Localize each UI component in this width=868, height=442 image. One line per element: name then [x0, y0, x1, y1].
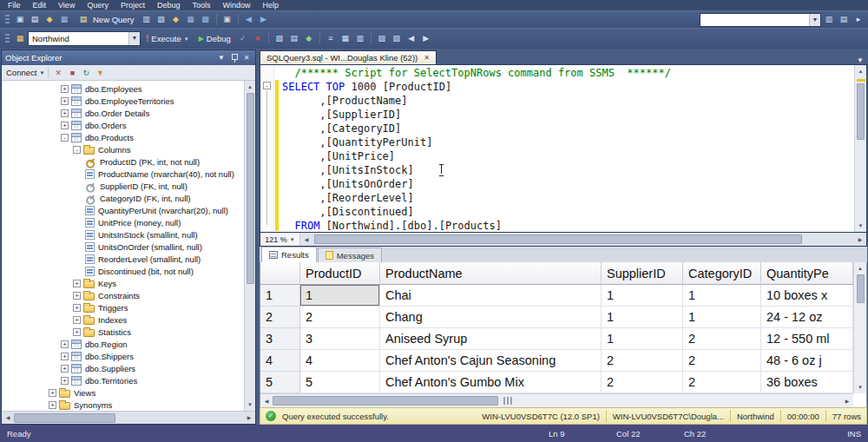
scroll-thumb[interactable]: [314, 234, 802, 244]
grid-column-header[interactable]: ProductName: [380, 262, 602, 285]
scroll-left-icon[interactable]: ◀: [260, 395, 273, 407]
tree-item[interactable]: + Statistics: [2, 326, 244, 338]
registered-servers-icon[interactable]: ▥: [822, 13, 836, 26]
database-combobox[interactable]: Northwind ▼: [28, 31, 141, 46]
tree-expander-icon[interactable]: +: [73, 292, 81, 300]
tree-expander-icon[interactable]: +: [73, 304, 81, 312]
debug-button[interactable]: ▶ Debug: [194, 31, 235, 46]
overflow-chevron-icon[interactable]: ▸: [852, 13, 865, 26]
save-all-icon[interactable]: ▩: [199, 13, 213, 26]
grid-cell[interactable]: 2: [683, 372, 761, 393]
tree-expander-icon[interactable]: +: [73, 280, 81, 287]
grid-cell[interactable]: 5: [300, 372, 380, 393]
scroll-left-icon[interactable]: ◀: [2, 412, 14, 424]
tree-item[interactable]: + dbo.Region: [2, 338, 244, 350]
grid-cell[interactable]: 12 - 550 ml: [761, 328, 853, 350]
scroll-up-icon[interactable]: ▲: [855, 65, 867, 77]
tree-item[interactable]: ReorderLevel (smallint, null): [2, 253, 244, 265]
grid-cell[interactable]: 2: [602, 350, 683, 372]
tree-item[interactable]: CategoryID (FK, int, null): [2, 192, 244, 204]
grid-row-number[interactable]: 3: [260, 328, 300, 350]
grid-cell[interactable]: 1: [300, 285, 380, 307]
tree-item[interactable]: UnitsOnOrder (smallint, null): [2, 241, 244, 253]
scroll-thumb[interactable]: [14, 413, 115, 423]
separator[interactable]: [371, 33, 372, 44]
open-file-icon[interactable]: ◆: [43, 13, 56, 26]
grid-cell[interactable]: 24 - 12 oz: [761, 307, 853, 328]
toolbar-grip[interactable]: [5, 34, 10, 44]
grid-cell[interactable]: 2: [683, 328, 761, 350]
scroll-thumb[interactable]: [857, 83, 865, 140]
tab-messages[interactable]: Messages: [318, 247, 382, 262]
grid-cell[interactable]: Chai: [380, 285, 602, 307]
tree-expander-icon[interactable]: -: [61, 134, 69, 142]
scroll-up-icon[interactable]: ▲: [854, 262, 866, 274]
scroll-right-icon[interactable]: ▶: [243, 412, 255, 424]
object-explorer-vscrollbar[interactable]: ▲ ▼: [244, 81, 255, 411]
tree-expander-icon[interactable]: +: [73, 328, 81, 336]
tree-item[interactable]: - Columns: [2, 143, 244, 155]
document-list-dropdown-icon[interactable]: ▼: [857, 56, 867, 64]
grid-column-header[interactable]: ProductID: [300, 262, 380, 285]
grid-cell[interactable]: 3: [300, 328, 380, 350]
grid-row-number[interactable]: 1: [260, 285, 300, 307]
tree-expander-icon[interactable]: -: [73, 146, 81, 154]
sql-code-editor[interactable]: - /****** Script for SelectTopNRows comm…: [260, 64, 867, 233]
grid-cell[interactable]: Chef Anton's Cajun Seasoning: [380, 350, 602, 372]
disconnect-icon[interactable]: ✕: [52, 67, 64, 79]
grid-column-header[interactable]: QuantityPe: [761, 262, 853, 285]
available-databases-icon[interactable]: ▦: [13, 32, 27, 45]
save-icon[interactable]: ▦: [57, 13, 71, 26]
tree-item[interactable]: + Constraints: [2, 289, 244, 301]
scroll-down-icon[interactable]: ▼: [854, 381, 866, 393]
tree-item[interactable]: + dbo.Employees: [2, 82, 244, 95]
grid-row-number[interactable]: 2: [260, 307, 300, 328]
cancel-query-icon[interactable]: ■: [251, 32, 265, 45]
tree-item[interactable]: SupplierID (FK, int, null): [2, 180, 244, 192]
editor-hscrollbar[interactable]: [312, 233, 854, 246]
database-dropdown-icon[interactable]: ▼: [128, 32, 140, 45]
tree-expander-icon[interactable]: +: [61, 109, 69, 117]
grid-cell[interactable]: 1: [683, 285, 761, 307]
grid-cell[interactable]: 48 - 6 oz j: [761, 350, 853, 372]
results-to-text-icon[interactable]: ≡: [324, 32, 338, 45]
tree-expander-icon[interactable]: +: [61, 85, 69, 93]
scroll-up-icon[interactable]: ▲: [244, 81, 255, 93]
execute-dropdown-icon[interactable]: ▼: [184, 36, 189, 42]
grid-row-number[interactable]: 4: [260, 350, 300, 372]
tree-item[interactable]: Discontinued (bit, not null): [2, 265, 244, 277]
combo-dropdown-icon[interactable]: ▼: [809, 14, 820, 26]
separator[interactable]: [268, 33, 269, 44]
menu-item[interactable]: Project: [115, 0, 151, 10]
intellisense-icon[interactable]: ◆: [302, 32, 316, 45]
object-explorer-hscrollbar[interactable]: ◀ ▶: [2, 411, 255, 424]
results-to-grid-icon[interactable]: ▦: [339, 32, 352, 45]
scroll-right-icon[interactable]: ▶: [841, 395, 853, 407]
execute-button[interactable]: ! Execute ▼: [141, 31, 194, 46]
tab-results[interactable]: Results: [261, 247, 317, 262]
separator[interactable]: [319, 33, 320, 44]
grid-cell[interactable]: Aniseed Syrup: [380, 328, 602, 350]
tree-expander-icon[interactable]: +: [61, 122, 69, 129]
tree-expander-icon[interactable]: +: [49, 401, 56, 409]
estimated-plan-icon[interactable]: ▧: [273, 32, 286, 45]
menu-item[interactable]: Debug: [151, 0, 187, 10]
grid-cell[interactable]: 2: [683, 350, 761, 372]
grid-cell[interactable]: 1: [602, 285, 683, 307]
tree-expander-icon[interactable]: +: [61, 97, 69, 105]
database-engine-query-icon[interactable]: ▥: [140, 13, 154, 26]
grid-cell[interactable]: 4: [300, 350, 380, 372]
tree-item[interactable]: - dbo.Products: [2, 131, 244, 143]
tree-item[interactable]: + Synonyms: [2, 399, 244, 411]
grid-cell[interactable]: 2: [602, 372, 683, 393]
scroll-thumb[interactable]: [273, 396, 498, 406]
scroll-down-icon[interactable]: ▼: [855, 220, 867, 232]
menu-item[interactable]: View: [52, 0, 81, 10]
tree-item[interactable]: + Triggers: [2, 301, 244, 313]
grid-cell[interactable]: 10 boxes x: [761, 285, 853, 307]
window-position-icon[interactable]: ▼: [216, 54, 227, 62]
decrease-indent-icon[interactable]: ◀: [404, 32, 418, 45]
query-options-icon[interactable]: ▤: [287, 32, 301, 45]
grid-cell[interactable]: 36 boxes: [761, 372, 853, 393]
tree-expander-icon[interactable]: +: [73, 316, 81, 324]
